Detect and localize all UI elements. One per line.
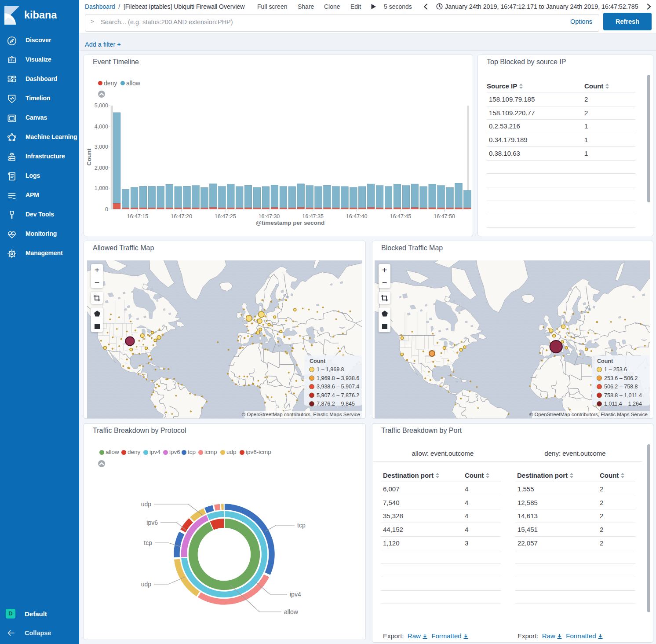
svg-text:2,000: 2,000 [95, 165, 108, 171]
svg-text:5,000: 5,000 [95, 102, 108, 109]
svg-text:253.6 – 506.2: 253.6 – 506.2 [604, 375, 638, 381]
svg-text:1,011.4 – 1,264: 1,011.4 – 1,264 [604, 401, 642, 407]
svg-text:16:47:35: 16:47:35 [302, 213, 324, 220]
svg-text:0: 0 [105, 206, 108, 212]
svg-text:758.8 – 1,011.4: 758.8 – 1,011.4 [604, 392, 642, 399]
svg-text:5,907.4 – 7,876.2: 5,907.4 – 7,876.2 [317, 392, 359, 399]
svg-text:16:47:20: 16:47:20 [171, 213, 192, 220]
svg-text:16:47:50: 16:47:50 [434, 213, 455, 220]
svg-text:3,000: 3,000 [95, 144, 108, 150]
svg-text:1 – 1,969.8: 1 – 1,969.8 [317, 366, 344, 373]
svg-text:udp: udp [141, 581, 152, 588]
svg-text:ipv4: ipv4 [290, 591, 301, 598]
svg-text:7,876.2 – 9,845: 7,876.2 – 9,845 [317, 401, 355, 407]
svg-text:16:47:30: 16:47:30 [259, 213, 280, 220]
svg-text:© OpenStreetMap contributors,: © OpenStreetMap contributors, Elastic Ma… [529, 412, 648, 417]
svg-text:1,969.8 – 3,938.6: 1,969.8 – 3,938.6 [317, 375, 359, 381]
svg-text:@timestamp per second: @timestamp per second [256, 220, 324, 226]
svg-text:allow: allow [284, 608, 299, 615]
svg-text:Count: Count [86, 148, 92, 165]
svg-text:16:47:25: 16:47:25 [215, 213, 236, 220]
svg-text:4,000: 4,000 [95, 124, 108, 130]
svg-text:16:47:40: 16:47:40 [346, 213, 368, 220]
svg-text:Count: Count [310, 358, 326, 364]
svg-text:ipv6: ipv6 [146, 519, 158, 526]
svg-text:1,000: 1,000 [95, 185, 108, 191]
svg-text:1 – 253.6: 1 – 253.6 [604, 366, 627, 373]
svg-text:3,938.6 – 5,907.4: 3,938.6 – 5,907.4 [317, 384, 359, 390]
svg-text:udp: udp [141, 501, 152, 508]
svg-text:16:47:45: 16:47:45 [390, 213, 412, 220]
svg-text:Count: Count [597, 358, 613, 364]
svg-text:506.2 – 758.8: 506.2 – 758.8 [604, 384, 638, 390]
svg-text:© OpenStreetMap contributors,: © OpenStreetMap contributors, Elastic Ma… [242, 412, 360, 417]
svg-text:tcp: tcp [297, 522, 306, 529]
svg-text:tcp: tcp [144, 539, 152, 546]
svg-text:16:47:15: 16:47:15 [127, 213, 149, 220]
